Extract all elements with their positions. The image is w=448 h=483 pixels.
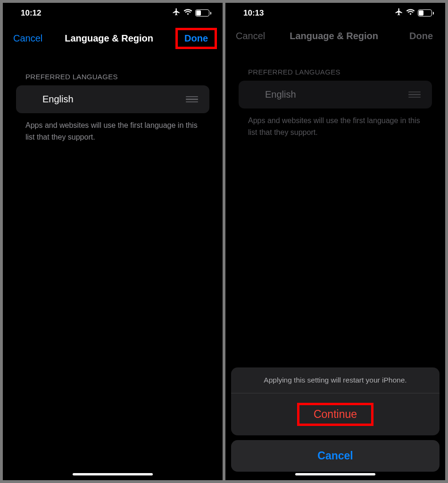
section-footer: Apps and websites will use the first lan… [3,113,223,143]
language-label: English [265,89,296,100]
home-indicator[interactable] [295,473,375,475]
section-header: PREFERRED LANGUAGES [225,55,445,81]
sheet-group: Applying this setting will restart your … [231,367,440,435]
wifi-icon [406,8,415,18]
status-indicators: 37 [395,8,434,18]
nav-bar: Cancel Language & Region Done [225,21,445,55]
cancel-button: Cancel [236,31,265,42]
page-title: Language & Region [290,31,378,42]
language-label: English [42,94,74,105]
section-footer: Apps and websites will use the first lan… [225,108,445,139]
page-title: Language & Region [65,33,153,44]
done-button: Done [403,28,440,44]
continue-label: Continue [297,403,373,426]
wifi-icon [183,8,192,18]
cancel-button[interactable]: Cancel [13,33,42,44]
reorder-icon[interactable] [186,96,198,103]
right-screenshot: 10:13 37 Cancel Language & Region Done P… [225,3,445,480]
airplane-icon [395,8,403,18]
reorder-icon [408,92,421,98]
action-sheet: Applying this setting will restart your … [231,367,440,472]
continue-button[interactable]: Continue [231,393,440,435]
home-indicator[interactable] [73,473,153,475]
status-bar: 10:12 37 [3,3,223,21]
sheet-cancel-group: Cancel [231,440,440,472]
status-time: 10:12 [21,8,41,18]
left-screenshot: 10:12 37 Cancel Language & Region Done P… [3,3,223,480]
nav-bar: Cancel Language & Region Done [3,21,223,59]
language-row: English [239,81,432,108]
status-time: 10:13 [243,8,264,18]
battery-icon: 37 [418,9,434,17]
language-row[interactable]: English [16,85,209,113]
section-header: PREFERRED LANGUAGES [3,59,223,85]
sheet-cancel-button[interactable]: Cancel [231,440,440,472]
airplane-icon [172,8,181,18]
sheet-message: Applying this setting will restart your … [231,367,440,393]
done-button[interactable]: Done [175,28,217,49]
status-indicators: 37 [172,8,211,18]
status-bar: 10:13 37 [225,3,445,21]
battery-icon: 37 [195,9,211,17]
